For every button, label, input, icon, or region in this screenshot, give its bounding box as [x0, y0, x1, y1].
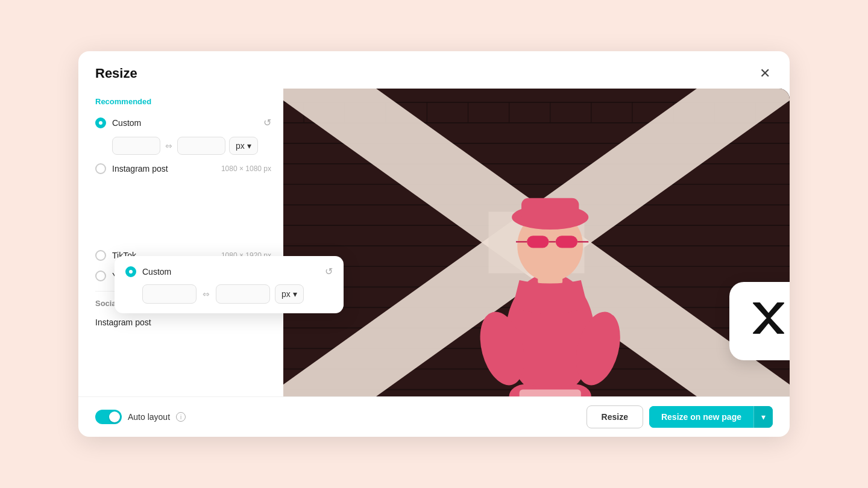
- social-instagram-row[interactable]: Instagram post: [95, 313, 271, 332]
- floating-custom-option-row[interactable]: Custom ↺: [125, 266, 333, 284]
- right-panel: [283, 89, 790, 396]
- svg-rect-50: [527, 236, 549, 248]
- custom-option-row[interactable]: Custom ↺: [95, 112, 271, 133]
- floating-height-wrap: 3621: [216, 284, 270, 304]
- floating-width-wrap: 2716: [142, 284, 197, 304]
- unit-label: px: [236, 141, 245, 151]
- modal-footer: Auto layout i Resize Resize on new page …: [78, 396, 790, 437]
- modal-header: Resize ✕: [78, 51, 790, 89]
- tiktok-radio[interactable]: [95, 250, 106, 261]
- instagram-label: Instagram post: [112, 164, 221, 174]
- youtube-radio[interactable]: [95, 271, 106, 281]
- modal-body: Recommended Custom ↺ 2716 ⇔ 3621 px ▾: [78, 89, 790, 396]
- canvas-svg: [283, 89, 790, 396]
- instagram-radio[interactable]: [95, 163, 106, 174]
- floating-custom-label: Custom: [142, 267, 320, 277]
- floating-unit-label: px: [281, 289, 291, 299]
- resize-new-page-button[interactable]: Resize on new page: [649, 406, 753, 428]
- resize-modal: Resize ✕ Recommended Custom ↺ 2716 ⇔ 362…: [78, 51, 790, 437]
- floating-unit-select[interactable]: px ▾: [275, 284, 304, 304]
- recommended-label: Recommended: [95, 97, 271, 106]
- dropdown-arrow-icon: ▾: [761, 412, 766, 422]
- modal-title: Resize: [95, 66, 137, 81]
- tiktok-icon-card: [729, 282, 790, 360]
- resize-dropdown-button[interactable]: ▾: [753, 406, 773, 428]
- svg-rect-56: [521, 198, 579, 222]
- resize-button[interactable]: Resize: [587, 405, 643, 428]
- close-button[interactable]: ✕: [757, 64, 773, 83]
- svg-rect-59: [520, 390, 581, 396]
- unit-select[interactable]: px ▾: [229, 137, 258, 155]
- instagram-option-row[interactable]: Instagram post 1080 × 1080 px: [95, 158, 271, 179]
- footer-right: Resize Resize on new page ▾: [587, 405, 773, 428]
- floating-size-row: 2716 ⇔ 3621 px ▾: [142, 284, 333, 304]
- height-input-wrap: 3621: [177, 137, 225, 155]
- left-panel: Recommended Custom ↺ 2716 ⇔ 3621 px ▾: [78, 89, 283, 396]
- floating-custom-card: Custom ↺ 2716 ⇔ 3621 px ▾: [115, 256, 344, 313]
- spacer: [95, 179, 271, 245]
- floating-custom-radio[interactable]: [125, 266, 136, 277]
- tiktok-logo: [744, 294, 790, 348]
- size-input-row: 2716 ⇔ 3621 px ▾: [112, 137, 271, 155]
- floating-link-icon: ⇔: [203, 289, 210, 299]
- link-icon: ⇔: [165, 141, 172, 151]
- refresh-button[interactable]: ↺: [263, 117, 271, 128]
- resize-new-page-wrap: Resize on new page ▾: [649, 406, 773, 428]
- auto-layout-label: Auto layout: [128, 412, 170, 422]
- svg-rect-51: [556, 236, 577, 248]
- width-input[interactable]: 2716: [118, 141, 148, 151]
- toggle-knob: [109, 411, 120, 422]
- auto-layout-wrap: Auto layout i: [95, 410, 186, 424]
- custom-radio[interactable]: [95, 117, 106, 128]
- canvas-area: [283, 89, 790, 396]
- unit-chevron: ▾: [247, 141, 251, 151]
- floating-width-input[interactable]: 2716: [149, 289, 182, 299]
- info-icon[interactable]: i: [176, 412, 186, 422]
- custom-label: Custom: [112, 118, 259, 128]
- floating-unit-chevron: ▾: [293, 289, 297, 299]
- height-input[interactable]: 3621: [183, 141, 213, 151]
- social-instagram-label: Instagram post: [95, 318, 271, 327]
- instagram-size: 1080 × 1080 px: [221, 164, 271, 173]
- auto-layout-toggle[interactable]: [95, 410, 122, 424]
- floating-height-input[interactable]: 3621: [222, 289, 256, 299]
- width-input-wrap: 2716: [112, 137, 160, 155]
- floating-refresh-button[interactable]: ↺: [325, 266, 333, 277]
